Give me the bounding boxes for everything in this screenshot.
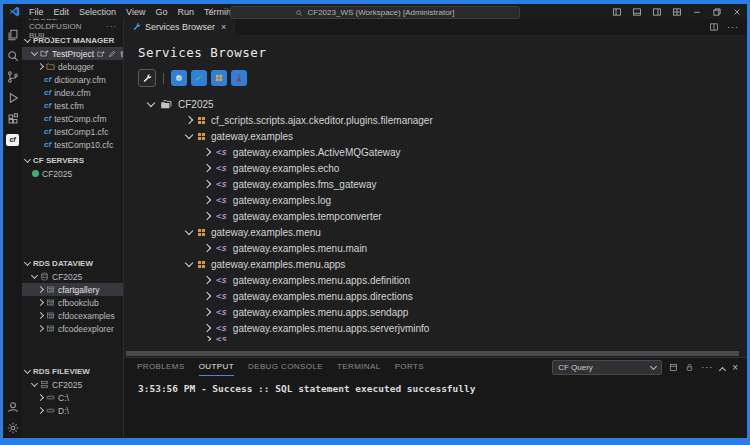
tree-row[interactable]: <s xyxy=(124,336,747,341)
trash-icon[interactable] xyxy=(119,50,123,58)
command-center-search[interactable]: CF2023_WS (Workspace) [Administrator] xyxy=(230,6,520,19)
datasource-cfcodeexplorer[interactable]: cfcodeexplorer xyxy=(22,322,123,335)
menu-view[interactable]: View xyxy=(121,4,150,19)
section-rds-fileview[interactable]: RDS FILEVIEW xyxy=(22,365,123,378)
tree-row[interactable]: cf_scripts.scripts.ajax.ckeditor.plugins… xyxy=(124,112,747,128)
close-icon[interactable] xyxy=(727,4,747,19)
more-actions-icon[interactable]: ··· xyxy=(701,362,713,372)
explorer-icon[interactable] xyxy=(3,24,22,45)
chevron-open-icon[interactable] xyxy=(185,227,193,235)
more-actions-icon[interactable]: ··· xyxy=(727,22,739,32)
lock-icon[interactable] xyxy=(685,358,694,376)
sidebar-file-dictionary.cfm[interactable]: cfdictionary.cfm xyxy=(22,73,123,86)
chevron-closed-icon[interactable] xyxy=(203,164,211,172)
fileview-root[interactable]: CF2025 xyxy=(22,378,123,391)
drive-D[interactable]: D:\ xyxy=(22,404,123,417)
output-channel-select[interactable]: CF Query xyxy=(552,360,662,375)
sidebar-file-index.cfm[interactable]: cfindex.cfm xyxy=(22,86,123,99)
customize-layout-icon[interactable] xyxy=(667,4,687,19)
panel-tab-ports[interactable]: PORTS xyxy=(395,358,424,376)
source-control-icon[interactable] xyxy=(3,66,22,87)
tree-row[interactable]: gateway.examples.menu xyxy=(124,224,747,240)
drive-C[interactable]: C:\ xyxy=(22,391,123,404)
chevron-closed-icon[interactable] xyxy=(203,196,211,204)
server-CF2025[interactable]: CF2025 xyxy=(22,167,123,180)
tree-row[interactable]: gateway.examples xyxy=(124,128,747,144)
restore-icon[interactable] xyxy=(707,4,727,19)
sidebar-file-testComp10.cfc[interactable]: cftestComp10.cfc xyxy=(22,138,123,151)
chevron-closed-icon[interactable] xyxy=(203,244,211,252)
section-cf-servers[interactable]: CF SERVERS xyxy=(22,154,123,167)
datasource-cfbookclub[interactable]: cfbookclub xyxy=(22,296,123,309)
menu-file[interactable]: File xyxy=(24,4,49,19)
tree-row[interactable]: CF2025 xyxy=(124,96,747,112)
tree-row[interactable]: <sgateway.examples.menu.main xyxy=(124,240,747,256)
tree-row[interactable]: <sgateway.examples.echo xyxy=(124,160,747,176)
settings-gear-icon[interactable] xyxy=(3,417,22,438)
chevron-closed-icon[interactable] xyxy=(185,116,193,124)
menu-edit[interactable]: Edit xyxy=(49,4,75,19)
tab-close-icon[interactable]: × xyxy=(221,22,226,32)
extensions-icon[interactable] xyxy=(3,108,22,129)
account-icon[interactable] xyxy=(3,396,22,417)
chevron-closed-icon[interactable] xyxy=(203,180,211,188)
sidebar-file-debugger[interactable]: debugger xyxy=(22,60,123,73)
tree-row[interactable]: <sgateway.examples.menu.apps.directions xyxy=(124,288,747,304)
chevron-closed-icon[interactable] xyxy=(203,212,211,220)
chevron-open-icon[interactable] xyxy=(185,259,193,267)
tree-row[interactable]: <sgateway.examples.menu.apps.definition xyxy=(124,272,747,288)
chevron-closed-icon[interactable] xyxy=(203,276,211,284)
panel-tab-problems[interactable]: PROBLEMS xyxy=(137,358,185,376)
panel-tab-debug-console[interactable]: DEBUG CONSOLE xyxy=(248,358,323,376)
globe-button[interactable] xyxy=(171,70,187,86)
dataview-root[interactable]: CF2025 xyxy=(22,270,123,283)
package-button[interactable] xyxy=(211,70,227,86)
run-debug-icon[interactable] xyxy=(3,87,22,108)
chevron-open-icon[interactable] xyxy=(147,99,155,107)
tab-services-browser[interactable]: Services Browser × xyxy=(124,19,235,35)
chevron-open-icon[interactable] xyxy=(185,131,193,139)
maximize-panel-icon[interactable] xyxy=(720,359,725,377)
chevron-closed-icon[interactable] xyxy=(203,324,211,332)
open-in-editor-icon[interactable] xyxy=(669,358,678,376)
horizontal-scrollbar[interactable] xyxy=(126,351,745,356)
tree-row[interactable]: <sgateway.examples.ActiveMQGateway xyxy=(124,144,747,160)
toggle-panel-icon[interactable] xyxy=(627,4,647,19)
search-icon[interactable] xyxy=(3,45,22,66)
tree-row[interactable]: <sgateway.examples.tempconverter xyxy=(124,208,747,224)
tree-row[interactable]: <sgateway.examples.menu.apps.sendapp xyxy=(124,304,747,320)
datasource-cfdocexamples[interactable]: cfdocexamples xyxy=(22,309,123,322)
chevron-closed-icon[interactable] xyxy=(203,336,211,341)
coldfusion-icon[interactable]: cf xyxy=(3,129,22,150)
chevron-closed-icon[interactable] xyxy=(203,308,211,316)
section-project-manager[interactable]: PROJECT MANAGER xyxy=(22,34,123,47)
section-rds-dataview[interactable]: RDS DATAVIEW xyxy=(22,257,123,270)
menu-run[interactable]: Run xyxy=(172,4,199,19)
toggle-secondary-sidebar-icon[interactable] xyxy=(647,4,667,19)
toggle-sidebar-icon[interactable] xyxy=(607,4,627,19)
minimize-icon[interactable] xyxy=(687,4,707,19)
component-green-button[interactable] xyxy=(191,70,207,86)
split-editor-icon[interactable] xyxy=(709,18,719,36)
tree-row[interactable]: gateway.examples.menu.apps xyxy=(124,256,747,272)
tree-row[interactable]: <sgateway.examples.log xyxy=(124,192,747,208)
sidebar-file-testComp1.cfc[interactable]: cftestComp1.cfc xyxy=(22,125,123,138)
new-folder-icon[interactable] xyxy=(97,50,105,58)
close-panel-icon[interactable]: × xyxy=(732,362,738,373)
wrench-button[interactable] xyxy=(138,69,156,87)
project-row-testproject[interactable]: TestProject xyxy=(22,47,123,60)
edit-icon[interactable] xyxy=(108,50,116,58)
datasource-cfartgallery[interactable]: cfartgallery xyxy=(22,283,123,296)
back-icon[interactable] xyxy=(207,6,217,18)
flask-button[interactable] xyxy=(231,70,247,86)
tree-row[interactable]: <sgateway.examples.fms_gateway xyxy=(124,176,747,192)
sidebar-file-test.cfm[interactable]: cftest.cfm xyxy=(22,99,123,112)
tree-row[interactable]: <sgateway.examples.menu.apps.serverjvmin… xyxy=(124,320,747,336)
panel-tab-output[interactable]: OUTPUT xyxy=(199,358,234,376)
chevron-closed-icon[interactable] xyxy=(203,292,211,300)
menu-go[interactable]: Go xyxy=(150,4,172,19)
sidebar-more-actions[interactable]: ··· xyxy=(106,22,117,31)
menu-selection[interactable]: Selection xyxy=(74,4,121,19)
chevron-closed-icon[interactable] xyxy=(203,148,211,156)
sidebar-file-testComp.cfm[interactable]: cftestComp.cfm xyxy=(22,112,123,125)
